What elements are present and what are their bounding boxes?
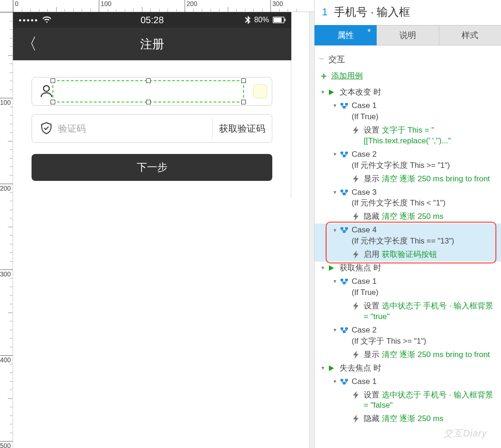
expander-icon[interactable] (319, 89, 327, 96)
svg-rect-19 (343, 282, 346, 284)
svg-rect-4 (340, 103, 343, 105)
svg-rect-7 (340, 152, 343, 154)
wifi-icon (42, 16, 51, 24)
battery-percent: 80% (254, 16, 269, 24)
resize-handle[interactable] (51, 100, 55, 104)
svg-rect-18 (345, 279, 348, 281)
selection-outline (52, 80, 244, 102)
expander-icon[interactable] (331, 326, 339, 334)
expander-icon[interactable] (331, 189, 339, 196)
tree-row[interactable]: Case 2(If 元件文字长度 This >= "1") (315, 148, 501, 173)
svg-rect-24 (340, 379, 343, 381)
tree-row[interactable]: 获取焦点 时 (315, 262, 501, 275)
resize-handle[interactable] (51, 78, 55, 83)
phone-field[interactable] (32, 77, 272, 106)
tree-row[interactable]: Case 1 (315, 375, 501, 389)
svg-rect-17 (340, 279, 343, 281)
shield-check-icon (39, 121, 54, 136)
bluetooth-icon (245, 16, 250, 24)
svg-rect-6 (343, 106, 346, 109)
clear-button[interactable] (253, 84, 267, 98)
tab-style[interactable]: 样式 (439, 25, 501, 45)
code-field[interactable]: 获取验证码 (32, 114, 272, 143)
svg-rect-5 (345, 103, 348, 105)
status-bar: ●●●●● 05:28 80% (13, 12, 291, 28)
battery-icon (273, 17, 286, 23)
expander-icon[interactable] (331, 226, 339, 234)
canvas[interactable]: ●●●●● 05:28 80% (13, 12, 314, 448)
interactions-tree: ﹀ 交互 ＋ 添加用例 文本改变 时Case 1(If True)设置 文字于 … (315, 45, 501, 448)
section-interactions[interactable]: ﹀ 交互 (315, 50, 501, 68)
expander-icon[interactable] (331, 378, 339, 385)
tab-label: 属性 (337, 30, 354, 41)
dirty-indicator: * (367, 27, 371, 37)
svg-rect-22 (343, 331, 346, 333)
tree-row[interactable]: 显示 清空 逐渐 250 ms bring to front (315, 173, 501, 186)
watermark: 交互Diary (443, 427, 487, 440)
tree-row[interactable]: 隐藏 清空 逐渐 250 ms (315, 210, 501, 224)
resize-handle[interactable] (241, 78, 246, 83)
widget-title: 手机号 · 输入框 (334, 5, 410, 19)
form-area: 获取验证码 下一步 (13, 60, 291, 198)
tree-row[interactable]: Case 2(If 文字于 This >= "1") (315, 324, 501, 348)
ruler-vertical: 100200300400500 (0, 12, 13, 448)
tree-row[interactable]: Case 3(If 元件文字长度 This < "1") (315, 186, 501, 211)
svg-rect-2 (285, 19, 286, 21)
get-code-button[interactable]: 获取验证码 (212, 122, 265, 135)
svg-rect-13 (340, 227, 343, 230)
tab-properties[interactable]: 属性 * (315, 25, 377, 45)
tree-row[interactable]: 文本改变 时 (315, 86, 501, 99)
inspector-tabs: 属性 * 说明 样式 (315, 25, 501, 45)
chevron-down-icon: ﹀ (319, 56, 325, 64)
tree-row[interactable]: Case 1(If True) (315, 275, 501, 300)
svg-rect-1 (274, 18, 282, 22)
tree-row[interactable]: Case 1(If True) (315, 99, 501, 124)
expander-icon[interactable] (319, 365, 327, 372)
svg-rect-11 (345, 190, 348, 192)
section-label: 交互 (328, 54, 345, 65)
tree-row[interactable]: 显示 清空 逐渐 250 ms bring to front (315, 348, 501, 362)
expander-icon[interactable] (331, 151, 339, 158)
svg-rect-12 (343, 193, 346, 195)
expander-icon[interactable] (331, 102, 339, 109)
expander-icon[interactable] (319, 264, 327, 272)
nav-title: 注册 (21, 36, 283, 52)
resize-handle[interactable] (146, 100, 151, 104)
code-input[interactable] (54, 123, 212, 134)
widget-index: 1 (322, 6, 328, 18)
svg-rect-8 (345, 152, 348, 154)
tree-row[interactable]: 隐藏 清空 逐渐 250 ms (315, 412, 501, 426)
resize-handle[interactable] (241, 100, 246, 104)
next-button[interactable]: 下一步 (32, 154, 272, 181)
expander-icon[interactable] (331, 278, 339, 285)
add-case-link[interactable]: ＋ 添加用例 (315, 68, 501, 86)
svg-rect-15 (343, 230, 346, 233)
svg-rect-14 (345, 227, 348, 230)
signal-dots-icon: ●●●●● (19, 17, 39, 23)
phone-frame: ●●●●● 05:28 80% (13, 12, 291, 198)
add-case-label: 添加用例 (331, 70, 363, 81)
svg-rect-10 (340, 190, 343, 192)
tree-row[interactable]: Case 4(If 元件文字长度 This == "13") (315, 224, 501, 248)
tree-row[interactable]: 设置 选中状态于 手机号 · 输入框背景 = "false" (315, 389, 501, 413)
tree-row[interactable]: 启用 获取验证码按钮 (315, 248, 501, 262)
nav-bar: 〈 注册 (13, 28, 291, 60)
resize-handle[interactable] (146, 78, 151, 83)
svg-rect-21 (345, 327, 348, 330)
tree-row[interactable]: 设置 文字于 This = "[[This.text.replace(' ','… (315, 124, 501, 148)
svg-rect-20 (340, 327, 343, 330)
inspector-panel: 1 手机号 · 输入框 属性 * 说明 样式 ﹀ 交互 ＋ 添加用例 文本改变 … (314, 0, 501, 448)
status-time: 05:28 (74, 15, 230, 26)
plus-icon: ＋ (319, 72, 328, 80)
design-canvas-area: 0100200300 100200300400500 ●●●●● 05:28 (0, 0, 314, 448)
svg-rect-25 (345, 379, 348, 381)
scrollbar-track[interactable] (309, 12, 314, 448)
tree-row[interactable]: 设置 选中状态于 手机号 · 输入框背景 = "true" (315, 300, 501, 324)
inspector-header: 1 手机号 · 输入框 (315, 0, 501, 25)
user-icon (39, 83, 54, 99)
ruler-horizontal: 0100200300 (13, 0, 314, 12)
tab-notes[interactable]: 说明 (377, 25, 439, 45)
svg-rect-9 (343, 155, 346, 157)
svg-rect-26 (343, 382, 346, 384)
tree-row[interactable]: 失去焦点 时 (315, 362, 501, 375)
